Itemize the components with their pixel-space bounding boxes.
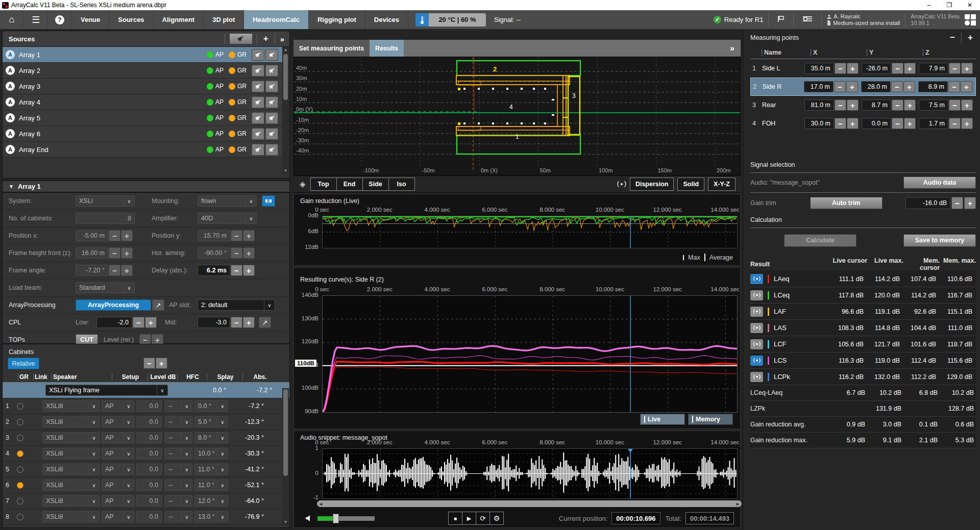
menu-item-sources[interactable]: Sources (109, 10, 153, 29)
remove-cabinet-button[interactable]: − (143, 358, 155, 369)
x-coordinate-minus-button[interactable]: − (834, 81, 846, 92)
y-coordinate-minus-button[interactable]: − (892, 118, 903, 129)
z-coordinate-minus-button[interactable]: − (949, 118, 961, 129)
hfc-dropdown[interactable]: --∨ (165, 416, 192, 427)
remove-point-button[interactable]: − (944, 33, 962, 43)
cabinet-row[interactable]: 3XSLi8∨AP∨0.0--∨8.0 °∨-20.3 ° (3, 430, 283, 446)
mounting-dropdown[interactable]: flown∨ (198, 195, 257, 207)
z-coordinate-plus-button[interactable]: + (961, 118, 973, 129)
y-coordinate-minus-button[interactable]: − (892, 99, 903, 111)
climate-display[interactable]: 20 °C | 60 % (429, 13, 486, 27)
array-section-header[interactable]: ▼ Array 1 (2, 181, 290, 192)
z-coordinate-field[interactable]: 7.9 m (919, 63, 948, 74)
x-coordinate-minus-button[interactable]: − (835, 99, 846, 111)
solo-mute-button[interactable] (265, 65, 278, 77)
cpl-low-minus-button[interactable]: − (133, 317, 144, 328)
solo-mute-button[interactable] (265, 112, 278, 124)
frame-angle-minus-button[interactable]: − (109, 265, 120, 276)
position-y-field[interactable]: 15.70 m (198, 230, 230, 241)
source-row[interactable]: AArray 1APGR (3, 47, 282, 63)
cpl-mid-minus-button[interactable]: − (231, 317, 242, 328)
solo-mute-button[interactable] (265, 81, 278, 92)
cpl-low-plus-button[interactable]: + (145, 317, 157, 328)
z-coordinate-plus-button[interactable]: + (961, 99, 973, 111)
measuring-point-row[interactable]: 3Rear81.0 m−+8.7 m−+7.5 m−+ (750, 96, 976, 114)
y-coordinate-minus-button[interactable]: − (892, 63, 903, 74)
y-coordinate-field[interactable]: 28.0 m (861, 81, 891, 92)
add-source-button[interactable]: + (257, 34, 275, 44)
splay-dropdown[interactable]: 13.0 °∨ (194, 511, 228, 522)
cpl-low-field[interactable]: -2.0 (96, 317, 132, 328)
setup-dropdown[interactable]: AP∨ (102, 416, 134, 427)
splay-dropdown[interactable]: 5.0 °∨ (194, 416, 228, 427)
z-coordinate-field[interactable]: 7.5 m (919, 99, 948, 111)
measuring-point-row[interactable]: 2Side R17.0 m−+28.0 m−+8.9 m−+ (750, 78, 976, 96)
load-beam-dropdown[interactable]: Standard∨ (76, 282, 135, 293)
x-coordinate-field[interactable]: 35.0 m (804, 63, 834, 74)
x-coordinate-plus-button[interactable]: + (847, 99, 859, 111)
memory-button[interactable]: Memory (688, 414, 733, 425)
z-coordinate-plus-button[interactable]: + (961, 63, 973, 74)
source-row[interactable]: AArray 5APGR (3, 110, 282, 126)
volume-icon[interactable] (305, 515, 312, 522)
audio-scrollbar[interactable]: ◄► (317, 500, 742, 507)
setup-dropdown[interactable]: AP∨ (102, 400, 134, 412)
cabinet-row[interactable]: 7XSLi8∨AP∨0.0--∨12.0 °∨-64.0 ° (3, 493, 283, 509)
frame-height-field[interactable]: 16.00 m (76, 247, 108, 259)
tab-set-measuring-points[interactable]: Set measuring points (293, 40, 370, 57)
volume-slider[interactable] (317, 514, 375, 523)
speaker-dropdown[interactable]: XSLi8∨ (42, 495, 100, 507)
measuring-point-row[interactable]: 4FOH30.0 m−+0.0 m−+1.7 m−+ (750, 114, 976, 133)
menu-item-alignment[interactable]: Alignment (154, 10, 204, 29)
setup-dropdown[interactable]: AP∨ (102, 495, 134, 507)
mute-all-button[interactable] (229, 33, 253, 44)
view-button-iso[interactable]: Iso (388, 178, 415, 191)
play-button[interactable]: ▶ (462, 512, 476, 525)
position-x-minus-button[interactable]: − (109, 230, 120, 241)
hfc-dropdown[interactable]: --∨ (165, 479, 192, 491)
gain-trim-plus-button[interactable]: + (964, 197, 976, 209)
stop-button[interactable]: ■ (448, 512, 462, 525)
hfc-dropdown[interactable]: --∨ (165, 448, 192, 459)
speaker-dropdown[interactable]: XSLi8∨ (42, 511, 100, 522)
audio-data-button[interactable]: Audio data (903, 176, 976, 189)
frame-angle-plus-button[interactable]: + (121, 265, 133, 276)
z-coordinate-minus-button[interactable]: − (949, 63, 961, 74)
z-coordinate-field[interactable]: 1.7 m (919, 118, 948, 129)
level-field[interactable]: 0.0 (136, 448, 162, 459)
x-coordinate-field[interactable]: 30.0 m (804, 118, 834, 129)
y-coordinate-plus-button[interactable]: + (904, 99, 916, 111)
plot-expand-button[interactable]: » (730, 40, 741, 57)
mirror-array-button[interactable] (262, 195, 275, 207)
workspace-grid-button[interactable] (965, 14, 976, 26)
sources-expand-button[interactable]: » (275, 35, 289, 43)
curve-visibility-toggle[interactable] (750, 339, 763, 349)
close-button[interactable]: ✕ (960, 0, 980, 10)
splay-dropdown[interactable]: 0.0 °∨ (194, 400, 228, 412)
array-processing-button[interactable]: ArrayProcessing (76, 299, 151, 311)
frame-height-minus-button[interactable]: − (109, 247, 120, 259)
hfc-dropdown[interactable]: --∨ (165, 432, 192, 443)
open-ap-icon[interactable]: ↗ (152, 299, 164, 311)
plan-button-dispersion[interactable]: Dispersion (630, 178, 674, 191)
curve-visibility-toggle[interactable] (750, 307, 763, 317)
measuring-point-row[interactable]: 1Side L35.0 m−+-26.0 m−+7.9 m−+ (750, 59, 976, 78)
solo-mute-button[interactable] (265, 128, 278, 140)
plan-button-xyz[interactable]: X-Y-Z (708, 178, 736, 191)
mute-array-button[interactable] (252, 96, 264, 108)
menu-item-venue[interactable]: Venue (72, 10, 109, 29)
mute-array-button[interactable] (252, 128, 264, 140)
curve-visibility-toggle[interactable] (750, 274, 763, 284)
position-y-plus-button[interactable]: + (243, 230, 255, 241)
delay-minus-button[interactable]: − (231, 265, 242, 276)
position-x-field[interactable]: -5.00 m (76, 230, 108, 241)
speaker-dropdown[interactable]: XSLi8∨ (42, 464, 100, 475)
setup-dropdown[interactable]: AP∨ (102, 448, 134, 459)
thermometer-button[interactable] (415, 13, 429, 27)
live-button[interactable]: Live (640, 414, 685, 425)
audio-waveform[interactable] (322, 448, 738, 501)
cabinet-count-field[interactable]: 8 (76, 213, 135, 224)
x-coordinate-minus-button[interactable]: − (835, 63, 846, 74)
layers-icon[interactable]: ◈ (293, 180, 311, 189)
curve-visibility-toggle[interactable] (750, 323, 763, 333)
